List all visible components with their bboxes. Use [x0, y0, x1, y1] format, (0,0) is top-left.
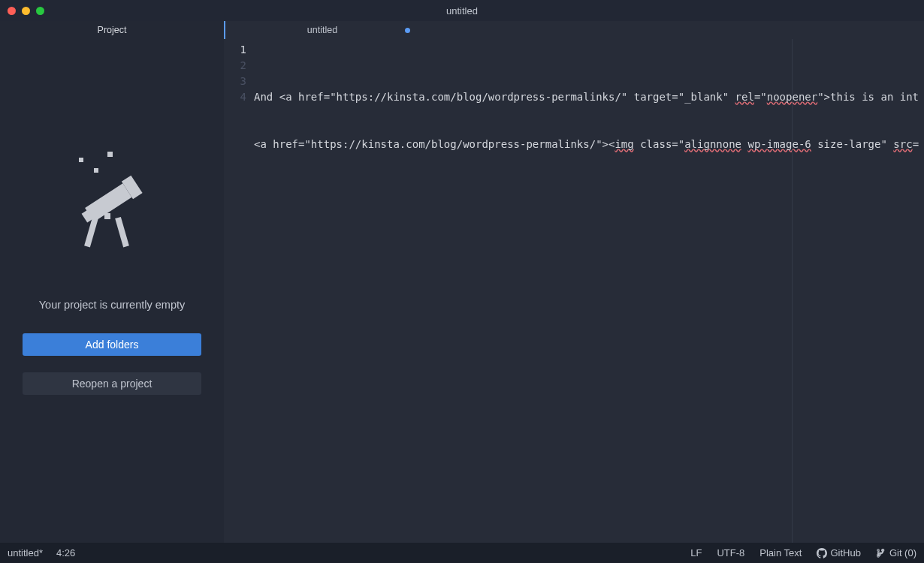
- sidebar-tab-project[interactable]: Project: [0, 21, 224, 39]
- dirty-indicator-icon: [405, 28, 410, 33]
- status-cursor-position[interactable]: 4:26: [56, 547, 75, 558]
- svg-rect-6: [104, 213, 110, 219]
- minimize-window-button[interactable]: [22, 7, 30, 15]
- svg-rect-8: [115, 216, 129, 247]
- traffic-lights: [8, 7, 44, 15]
- line-number-gutter: 1234: [224, 39, 254, 543]
- sidebar-tab-label: Project: [98, 25, 127, 35]
- wrap-guide: [792, 39, 793, 543]
- code-content[interactable]: And <a href="https://kinsta.com/blog/wor…: [254, 39, 924, 543]
- editor-tab-untitled[interactable]: untitled: [224, 21, 421, 39]
- window-title: untitled: [446, 5, 478, 17]
- reopen-project-button[interactable]: Reopen a project: [23, 372, 201, 395]
- code-line[interactable]: [254, 105, 924, 121]
- svg-rect-2: [94, 168, 98, 173]
- code-area[interactable]: 1234 And <a href="https://kinsta.com/blo…: [224, 39, 924, 543]
- svg-point-11: [882, 549, 883, 550]
- editor-tabs: untitled: [224, 21, 924, 39]
- editor-pane: untitled 1234 And <a href="https://kinst…: [224, 21, 924, 543]
- git-branch-icon: [876, 548, 886, 558]
- svg-rect-1: [107, 152, 113, 157]
- status-git-label: Git (0): [889, 547, 916, 558]
- status-grammar[interactable]: Plain Text: [759, 547, 802, 558]
- code-line[interactable]: <a href="https://kinsta.com/blog/wordpre…: [254, 137, 924, 152]
- status-filename[interactable]: untitled*: [8, 547, 43, 558]
- status-git[interactable]: Git (0): [876, 547, 916, 558]
- project-empty-state: Your project is currently empty Add fold…: [0, 39, 224, 543]
- github-icon: [817, 548, 827, 558]
- maximize-window-button[interactable]: [36, 7, 44, 15]
- sidebar: Project Your project is c: [0, 21, 224, 543]
- horizontal-scrollbar[interactable]: [254, 534, 924, 540]
- svg-point-9: [877, 549, 879, 550]
- status-github-label: GitHub: [830, 547, 860, 558]
- status-line-ending[interactable]: LF: [690, 547, 702, 558]
- status-github[interactable]: GitHub: [817, 547, 860, 558]
- line-number: 2: [224, 58, 246, 74]
- telescope-icon: [74, 149, 149, 254]
- svg-rect-7: [84, 216, 98, 247]
- empty-project-message: Your project is currently empty: [39, 299, 186, 311]
- main-body: Project Your project is c: [0, 21, 924, 543]
- title-bar: untitled: [0, 0, 924, 21]
- close-window-button[interactable]: [8, 7, 16, 15]
- status-encoding[interactable]: UTF-8: [717, 547, 744, 558]
- editor-tab-title: untitled: [307, 25, 337, 35]
- line-number: 1: [224, 42, 246, 58]
- add-folders-button[interactable]: Add folders: [23, 333, 201, 356]
- status-bar: untitled* 4:26 LF UTF-8 Plain Text GitHu…: [0, 543, 924, 563]
- svg-rect-0: [79, 158, 83, 162]
- line-number: 4: [224, 89, 246, 105]
- line-number: 3: [224, 74, 246, 89]
- code-line[interactable]: [254, 121, 924, 137]
- code-line[interactable]: And <a href="https://kinsta.com/blog/wor…: [254, 89, 924, 105]
